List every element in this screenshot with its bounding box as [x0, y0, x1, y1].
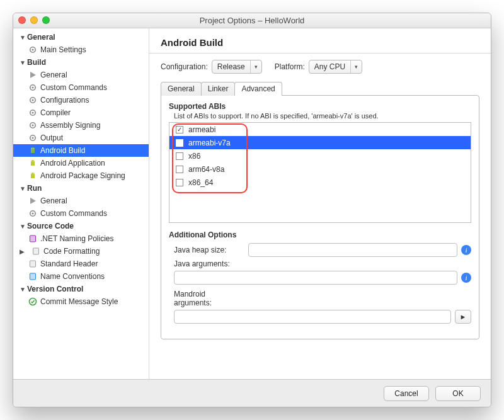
gear-icon: [28, 108, 37, 117]
abi-label: armeabi: [188, 125, 215, 134]
java-args-label: Java arguments:: [169, 259, 244, 268]
sidebar-item-label: Android Application: [40, 159, 105, 167]
sidebar-item-label: Name Conventions: [40, 272, 105, 281]
sidebar-item-general[interactable]: General: [13, 195, 149, 207]
sidebar-item-label: Main Settings: [40, 45, 86, 54]
gear-icon: [28, 83, 37, 92]
sidebar-item-name-conventions[interactable]: Name Conventions: [13, 270, 149, 283]
sidebar-category[interactable]: ▼Run: [13, 182, 149, 195]
svg-point-10: [32, 125, 34, 127]
platform-select[interactable]: Any CPU ▾: [309, 60, 362, 74]
ok-button[interactable]: OK: [435, 386, 481, 401]
sidebar-item-custom-commands[interactable]: Custom Commands: [13, 81, 149, 94]
sidebar-item-label: .NET Naming Policies: [40, 234, 113, 243]
sidebar-item-commit-message-style[interactable]: Commit Message Style: [13, 295, 149, 308]
svg-rect-24: [30, 261, 36, 267]
sidebar-item-custom-commands[interactable]: Custom Commands: [13, 207, 149, 220]
sidebar-item-label: Configurations: [40, 96, 89, 105]
sidebar-category-label: Version Control: [27, 285, 83, 293]
platform-value: Any CPU: [309, 62, 350, 71]
sidebar-item-label: Custom Commands: [40, 209, 107, 218]
disclosure-triangle-icon: ▼: [20, 34, 26, 41]
abi-row-x86[interactable]: x86: [169, 149, 471, 162]
play-gray-icon: [28, 71, 37, 79]
abi-row-armeabi-v7a[interactable]: ✓armeabi-v7a: [169, 136, 471, 149]
sidebar-item-label: Code Formatting: [43, 247, 100, 256]
tab-strip: GeneralLinkerAdvanced: [149, 81, 491, 95]
checkbox[interactable]: [176, 179, 183, 186]
sidebar-item-standard-header[interactable]: Standard Header: [13, 258, 149, 270]
zoom-window-button[interactable]: [42, 16, 50, 24]
sidebar-item-android-application[interactable]: Android Application: [13, 157, 149, 169]
disclosure-triangle-icon: ▼: [20, 286, 26, 293]
sidebar-category-label: Source Code: [27, 222, 74, 230]
sidebar-item-general[interactable]: General: [13, 69, 149, 81]
sidebar-item-label: Compiler: [40, 108, 71, 117]
mandroid-args-label: Mandroid arguments:: [169, 290, 244, 307]
sidebar-item-label: Standard Header: [40, 259, 98, 268]
tab-advanced[interactable]: Advanced: [234, 82, 282, 96]
disclosure-triangle-icon: ▼: [20, 185, 26, 192]
sidebar-item-android-package-signing[interactable]: Android Package Signing: [13, 169, 149, 182]
java-args-input-row: i: [169, 271, 471, 285]
sidebar-category[interactable]: ▼Source Code: [13, 220, 149, 232]
java-args-input[interactable]: [174, 271, 457, 285]
cancel-button[interactable]: Cancel: [384, 386, 429, 401]
java-heap-input[interactable]: [248, 243, 457, 257]
java-heap-row: Java heap size: i: [169, 243, 471, 257]
svg-point-8: [32, 112, 34, 114]
checkbox[interactable]: ✓: [176, 126, 183, 133]
svg-point-15: [32, 161, 32, 161]
tab-linker[interactable]: Linker: [201, 82, 236, 96]
svg-point-13: [32, 148, 32, 149]
svg-rect-22: [30, 236, 36, 242]
sidebar-item-android-build[interactable]: Android Build: [13, 144, 149, 157]
sidebar-item-label: Android Package Signing: [40, 171, 125, 180]
sidebar-item-label: General: [40, 196, 67, 205]
configuration-select[interactable]: Release ▾: [212, 60, 262, 74]
checkbox[interactable]: ✓: [176, 139, 183, 147]
sidebar-item-code-formatting[interactable]: ▶Code Formatting: [13, 245, 149, 258]
sidebar-item-label: General: [40, 71, 67, 79]
tab-general[interactable]: General: [161, 82, 202, 96]
check-green-icon: [28, 297, 37, 306]
sidebar-category[interactable]: ▼General: [13, 31, 149, 43]
chevron-down-icon: ▾: [350, 60, 362, 73]
sidebar-category[interactable]: ▼Version Control: [13, 283, 149, 295]
sidebar-item-assembly-signing[interactable]: Assembly Signing: [13, 119, 149, 132]
svg-point-12: [32, 137, 34, 139]
configuration-value: Release: [212, 62, 250, 71]
sidebar-item-configurations[interactable]: Configurations: [13, 94, 149, 106]
close-window-button[interactable]: [18, 16, 26, 24]
sidebar-item-output[interactable]: Output: [13, 132, 149, 144]
checkbox[interactable]: [176, 152, 183, 160]
supported-abis-hint: List of ABIs to support. If no ABI is sp…: [169, 112, 471, 120]
minimize-window-button[interactable]: [30, 16, 38, 24]
sidebar-item-label: Output: [40, 133, 63, 142]
divider: [149, 53, 491, 54]
supported-abis-title: Supported ABIs: [169, 102, 471, 111]
mandroid-args-browse-button[interactable]: ►: [455, 310, 471, 324]
sidebar-category[interactable]: ▼Build: [13, 56, 149, 69]
gear-icon: [28, 96, 37, 105]
info-icon[interactable]: i: [461, 273, 471, 283]
sidebar-item--net-naming-policies[interactable]: .NET Naming Policies: [13, 232, 149, 245]
doc-gray-icon: [28, 259, 37, 268]
abi-row-armeabi[interactable]: ✓armeabi: [169, 123, 471, 136]
supported-abis-list[interactable]: ✓armeabi✓armeabi-v7ax86arm64-v8ax86_64: [169, 122, 471, 223]
sidebar-item-label: Commit Message Style: [40, 297, 118, 306]
window-controls: [18, 16, 50, 24]
gear-icon: [28, 133, 37, 142]
info-icon[interactable]: i: [461, 245, 471, 255]
abi-row-x86-64[interactable]: x86_64: [169, 176, 471, 189]
mandroid-args-input-row: ►: [169, 310, 471, 324]
checkbox[interactable]: [176, 166, 183, 173]
sidebar-item-label: Custom Commands: [40, 83, 107, 92]
mandroid-args-input[interactable]: [174, 310, 451, 324]
abi-row-arm64-v8a[interactable]: arm64-v8a: [169, 162, 471, 176]
titlebar: Project Options – HelloWorld: [13, 13, 491, 28]
doc-purple-icon: [28, 234, 37, 243]
gear-icon: [28, 45, 37, 54]
sidebar-item-main-settings[interactable]: Main Settings: [13, 43, 149, 56]
sidebar-item-compiler[interactable]: Compiler: [13, 106, 149, 119]
